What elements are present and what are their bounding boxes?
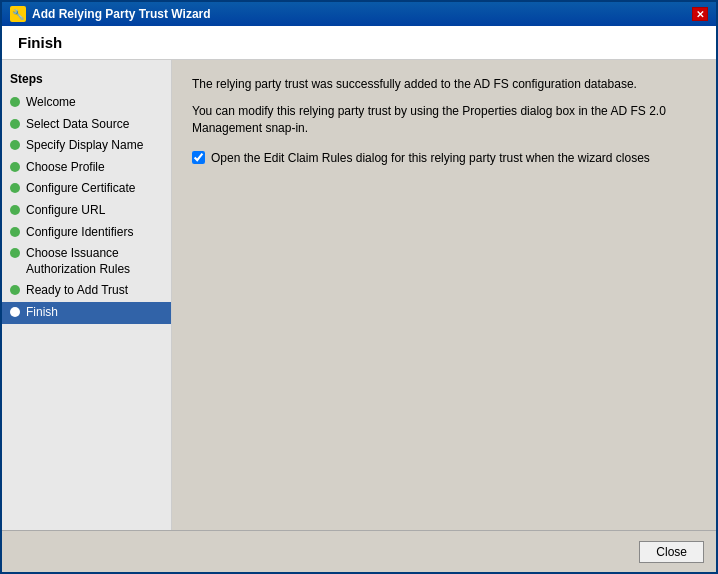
checkbox-row: Open the Edit Claim Rules dialog for thi… xyxy=(192,150,696,167)
window-icon: 🔧 xyxy=(10,6,26,22)
title-bar-left: 🔧 Add Relying Party Trust Wizard xyxy=(10,6,211,22)
sidebar-label-choose-issuance: Choose Issuance Authorization Rules xyxy=(26,246,163,277)
sidebar-label-ready-add-trust: Ready to Add Trust xyxy=(26,283,128,299)
sidebar: Steps Welcome Select Data Source Specify… xyxy=(2,60,172,530)
edit-claim-rules-checkbox[interactable] xyxy=(192,151,205,164)
footer: Close xyxy=(2,530,716,572)
sidebar-label-configure-certificate: Configure Certificate xyxy=(26,181,135,197)
sidebar-dot-configure-url xyxy=(10,205,20,215)
sidebar-item-specify-display-name[interactable]: Specify Display Name xyxy=(2,135,171,157)
title-bar-text: Add Relying Party Trust Wizard xyxy=(32,7,211,21)
sidebar-label-welcome: Welcome xyxy=(26,95,76,111)
sidebar-item-choose-profile[interactable]: Choose Profile xyxy=(2,157,171,179)
title-bar-close-button[interactable]: ✕ xyxy=(692,7,708,21)
sidebar-dot-specify-display-name xyxy=(10,140,20,150)
sidebar-item-configure-url[interactable]: Configure URL xyxy=(2,200,171,222)
sidebar-dot-select-data-source xyxy=(10,119,20,129)
sidebar-label-choose-profile: Choose Profile xyxy=(26,160,105,176)
sidebar-dot-configure-identifiers xyxy=(10,227,20,237)
title-bar: 🔧 Add Relying Party Trust Wizard ✕ xyxy=(2,2,716,26)
sidebar-item-configure-certificate[interactable]: Configure Certificate xyxy=(2,178,171,200)
page-title: Finish xyxy=(18,34,700,51)
sidebar-label-specify-display-name: Specify Display Name xyxy=(26,138,143,154)
sidebar-item-choose-issuance[interactable]: Choose Issuance Authorization Rules xyxy=(2,243,171,280)
sidebar-dot-finish xyxy=(10,307,20,317)
sidebar-label-configure-url: Configure URL xyxy=(26,203,105,219)
sidebar-dot-welcome xyxy=(10,97,20,107)
checkbox-label[interactable]: Open the Edit Claim Rules dialog for thi… xyxy=(211,150,650,167)
sidebar-item-welcome[interactable]: Welcome xyxy=(2,92,171,114)
sidebar-label-finish: Finish xyxy=(26,305,58,321)
steps-label: Steps xyxy=(2,68,171,92)
sidebar-item-configure-identifiers[interactable]: Configure Identifiers xyxy=(2,222,171,244)
sidebar-label-configure-identifiers: Configure Identifiers xyxy=(26,225,133,241)
paragraph-2: You can modify this relying party trust … xyxy=(192,103,696,137)
sidebar-item-finish[interactable]: Finish xyxy=(2,302,171,324)
wizard-window: 🔧 Add Relying Party Trust Wizard ✕ Finis… xyxy=(0,0,718,574)
sidebar-dot-choose-issuance xyxy=(10,248,20,258)
page-header: Finish xyxy=(2,26,716,60)
sidebar-label-select-data-source: Select Data Source xyxy=(26,117,129,133)
main-content: The relying party trust was successfully… xyxy=(172,60,716,530)
sidebar-item-ready-add-trust[interactable]: Ready to Add Trust xyxy=(2,280,171,302)
sidebar-dot-choose-profile xyxy=(10,162,20,172)
sidebar-dot-configure-certificate xyxy=(10,183,20,193)
sidebar-item-select-data-source[interactable]: Select Data Source xyxy=(2,114,171,136)
close-button[interactable]: Close xyxy=(639,541,704,563)
paragraph-1: The relying party trust was successfully… xyxy=(192,76,696,93)
sidebar-dot-ready-add-trust xyxy=(10,285,20,295)
content-area: Steps Welcome Select Data Source Specify… xyxy=(2,60,716,530)
